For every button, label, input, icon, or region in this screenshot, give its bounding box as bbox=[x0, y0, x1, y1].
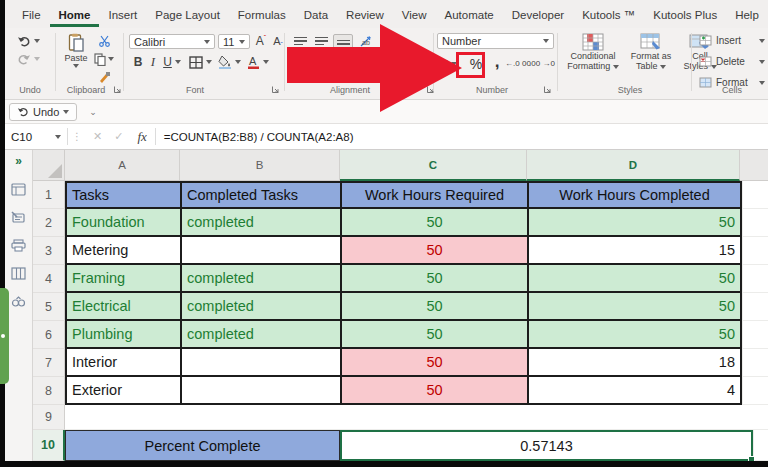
qat-undo-button[interactable]: Undo bbox=[9, 103, 77, 121]
percent-complete-label-cell[interactable]: Percent Complete bbox=[65, 430, 340, 461]
font-color-button[interactable]: A bbox=[245, 54, 271, 70]
formula-bar-handle[interactable]: ⋮ bbox=[68, 131, 87, 142]
find-icon[interactable] bbox=[11, 294, 27, 308]
name-box-value: C10 bbox=[11, 131, 32, 143]
tab-home[interactable]: Home bbox=[50, 2, 100, 27]
select-all-corner[interactable] bbox=[33, 150, 65, 181]
delete-cells-button[interactable]: Delete bbox=[699, 54, 765, 69]
percent-complete-value-cell[interactable]: 0.57143 bbox=[340, 430, 753, 461]
formula-input[interactable]: =COUNTA(B2:B8) / COUNTA(A2:A8) bbox=[156, 131, 354, 143]
cell[interactable]: Interior bbox=[67, 349, 182, 377]
font-size-select[interactable]: 11 bbox=[218, 34, 250, 49]
cell[interactable]: Work Hours Completed bbox=[529, 183, 742, 209]
tab-help[interactable]: Help bbox=[726, 2, 768, 27]
tab-kutools[interactable]: Kutools ™ bbox=[573, 2, 644, 27]
collapse-chevron-icon[interactable]: ⌄ bbox=[89, 107, 97, 117]
font-dialog-launcher[interactable] bbox=[271, 85, 280, 94]
enter-icon[interactable]: ✓ bbox=[108, 130, 129, 143]
tab-file[interactable]: File bbox=[13, 2, 50, 27]
cell[interactable] bbox=[182, 237, 342, 265]
cell[interactable]: completed bbox=[182, 321, 342, 349]
row-header-1[interactable]: 1 bbox=[33, 181, 65, 209]
cell[interactable]: 50 bbox=[342, 377, 529, 405]
column-header-b[interactable]: B bbox=[180, 150, 340, 181]
column-header-c[interactable]: C bbox=[340, 150, 527, 181]
cell[interactable]: 50 bbox=[342, 349, 529, 377]
font-name-select[interactable]: Calibri bbox=[129, 34, 215, 49]
fill-color-button[interactable] bbox=[216, 54, 242, 70]
workbook-icon[interactable] bbox=[11, 182, 27, 196]
row-header-3[interactable]: 3 bbox=[33, 237, 65, 265]
cell[interactable]: completed bbox=[182, 209, 342, 237]
columns-icon[interactable] bbox=[11, 266, 27, 280]
redo-button[interactable] bbox=[13, 51, 43, 67]
cell[interactable]: 4 bbox=[529, 377, 742, 405]
form-icon[interactable] bbox=[11, 210, 27, 224]
cut-button[interactable] bbox=[95, 34, 113, 48]
clipboard-group-label: Clipboard bbox=[61, 85, 111, 95]
row-header-6[interactable]: 6 bbox=[33, 321, 65, 349]
cell[interactable]: Tasks bbox=[67, 183, 182, 209]
name-box[interactable]: C10 bbox=[5, 124, 67, 149]
grow-font-button[interactable]: Aˆ bbox=[253, 33, 269, 49]
row-header-7[interactable]: 7 bbox=[33, 349, 65, 377]
cell[interactable]: 50 bbox=[529, 209, 742, 237]
conditional-formatting-button[interactable]: Conditional Formatting bbox=[562, 33, 624, 71]
italic-button[interactable]: I bbox=[147, 54, 159, 70]
column-header-a[interactable]: A bbox=[65, 150, 180, 181]
cell[interactable]: Electrical bbox=[67, 293, 182, 321]
number-dialog-launcher[interactable] bbox=[543, 85, 552, 94]
cell[interactable]: Work Hours Required bbox=[342, 183, 529, 209]
undo-button[interactable] bbox=[13, 33, 43, 49]
format-as-table-button[interactable]: Format as Table bbox=[626, 33, 676, 71]
column-header-d[interactable]: D bbox=[527, 150, 740, 181]
format-painter-button[interactable] bbox=[95, 70, 113, 83]
tab-developer[interactable]: Developer bbox=[503, 2, 573, 27]
cell[interactable]: Metering bbox=[67, 237, 182, 265]
comma-style-button[interactable]: , bbox=[491, 52, 503, 72]
underline-button[interactable]: U bbox=[161, 54, 183, 70]
cell[interactable]: 50 bbox=[342, 293, 529, 321]
row-header-8[interactable]: 8 bbox=[33, 377, 65, 405]
cell[interactable]: Framing bbox=[67, 265, 182, 293]
clipboard-dialog-launcher[interactable] bbox=[113, 85, 122, 94]
borders-button[interactable] bbox=[187, 54, 213, 70]
cell[interactable]: 50 bbox=[342, 237, 529, 265]
tab-page-layout[interactable]: Page Layout bbox=[146, 2, 229, 27]
bold-button[interactable]: B bbox=[131, 54, 145, 70]
cell[interactable]: Plumbing bbox=[67, 321, 182, 349]
cell[interactable]: 50 bbox=[529, 321, 742, 349]
pane-slide-handle[interactable] bbox=[0, 288, 9, 384]
cell[interactable]: 18 bbox=[529, 349, 742, 377]
cell[interactable] bbox=[182, 377, 342, 405]
cell[interactable]: Exterior bbox=[67, 377, 182, 405]
tab-insert[interactable]: Insert bbox=[99, 2, 146, 27]
paste-button[interactable]: Paste bbox=[59, 33, 93, 68]
cell[interactable]: completed bbox=[182, 265, 342, 293]
cell[interactable]: completed bbox=[182, 293, 342, 321]
insert-function-icon[interactable]: fx bbox=[129, 129, 154, 145]
row-header-4[interactable]: 4 bbox=[33, 265, 65, 293]
decrease-decimal-button[interactable]: .00 →0 bbox=[532, 56, 552, 72]
copy-button[interactable] bbox=[93, 52, 115, 66]
row-header-5[interactable]: 5 bbox=[33, 293, 65, 321]
cell[interactable]: 50 bbox=[529, 265, 742, 293]
row-header-10[interactable]: 10 bbox=[33, 430, 65, 461]
cancel-icon[interactable]: ✕ bbox=[87, 130, 108, 143]
cell[interactable]: 50 bbox=[529, 293, 742, 321]
increase-decimal-button[interactable]: ←.0 00 bbox=[508, 56, 528, 72]
cell[interactable]: 15 bbox=[529, 237, 742, 265]
row-header-2[interactable]: 2 bbox=[33, 209, 65, 237]
printer-icon[interactable] bbox=[11, 238, 27, 252]
cell[interactable]: Completed Tasks bbox=[182, 183, 342, 209]
cell[interactable]: 50 bbox=[342, 209, 529, 237]
cell[interactable]: 50 bbox=[342, 321, 529, 349]
cell[interactable]: Foundation bbox=[67, 209, 182, 237]
cell[interactable]: 50 bbox=[342, 265, 529, 293]
cell[interactable] bbox=[182, 349, 342, 377]
row-header-9[interactable]: 9 bbox=[33, 405, 65, 430]
font-name-value: Calibri bbox=[134, 36, 165, 48]
tab-kutools-plus[interactable]: Kutools Plus bbox=[644, 2, 726, 27]
insert-cells-button[interactable]: Insert bbox=[699, 33, 765, 48]
expand-pane-icon[interactable]: » bbox=[11, 154, 27, 168]
